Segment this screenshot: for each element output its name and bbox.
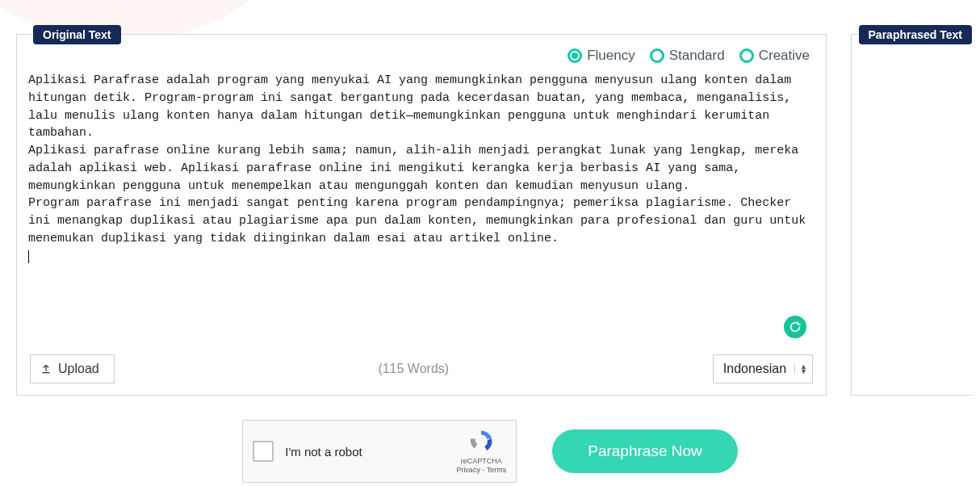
upload-label: Upload	[58, 362, 99, 376]
paraphrased-text-label: Paraphrased Text	[859, 25, 972, 44]
panel-footer: Upload (115 Words) Indonesian ▲▼	[17, 346, 826, 395]
mode-standard-label: Standard	[669, 48, 725, 64]
mode-fluency[interactable]: Fluency	[567, 48, 635, 64]
upload-icon	[40, 363, 52, 375]
recaptcha-checkbox[interactable]	[253, 441, 274, 462]
original-text-panel: Original Text Fluency Standard Creative …	[16, 34, 827, 396]
recaptcha-label: I'm not a robot	[285, 445, 362, 459]
mode-selector: Fluency Standard Creative	[17, 35, 826, 69]
mode-standard[interactable]: Standard	[650, 48, 725, 64]
stepper-arrows-icon: ▲▼	[794, 364, 807, 374]
recaptcha-privacy-link[interactable]: Privacy	[456, 466, 480, 474]
panels-row: Original Text Fluency Standard Creative …	[0, 0, 980, 396]
original-text-content: Aplikasi Parafrase adalah program yang m…	[28, 73, 813, 245]
recaptcha-terms-link[interactable]: Terms	[487, 466, 507, 474]
language-value: Indonesian	[723, 362, 786, 376]
mode-fluency-label: Fluency	[587, 48, 635, 64]
radio-unselected-icon	[739, 48, 754, 63]
text-cursor	[28, 250, 29, 263]
paraphrase-now-button[interactable]: Paraphrase Now	[552, 429, 738, 473]
mode-creative[interactable]: Creative	[739, 48, 810, 64]
radio-unselected-icon	[650, 48, 664, 63]
original-text-label: Original Text	[33, 25, 121, 44]
recaptcha-branding: reCAPTCHA Privacy - Terms	[456, 428, 506, 475]
mode-creative-label: Creative	[759, 48, 810, 64]
original-text-input[interactable]: Aplikasi Parafrase adalah program yang m…	[17, 69, 826, 346]
radio-selected-icon	[567, 48, 582, 63]
grammarly-icon[interactable]	[784, 316, 806, 338]
language-select[interactable]: Indonesian ▲▼	[713, 354, 813, 383]
recaptcha-brand: reCAPTCHA	[456, 457, 506, 466]
recaptcha-widget: I'm not a robot reCAPTCHA Privacy - Term…	[242, 420, 517, 483]
paraphrased-text-panel: Paraphrased Text	[851, 34, 972, 396]
word-count: (115 Words)	[378, 362, 449, 376]
action-row: I'm not a robot reCAPTCHA Privacy - Term…	[0, 420, 980, 483]
upload-button[interactable]: Upload	[30, 354, 115, 383]
recaptcha-logo-icon	[467, 428, 495, 455]
